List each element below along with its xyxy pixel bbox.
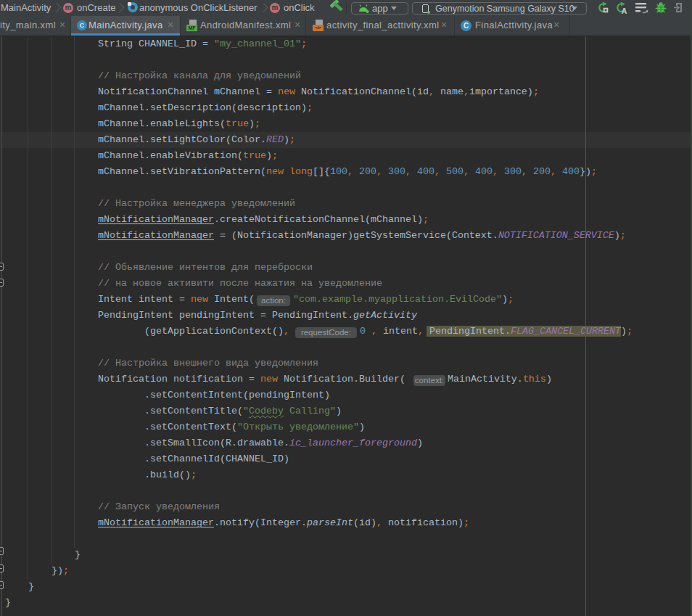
svg-text:A: A <box>622 7 627 15</box>
